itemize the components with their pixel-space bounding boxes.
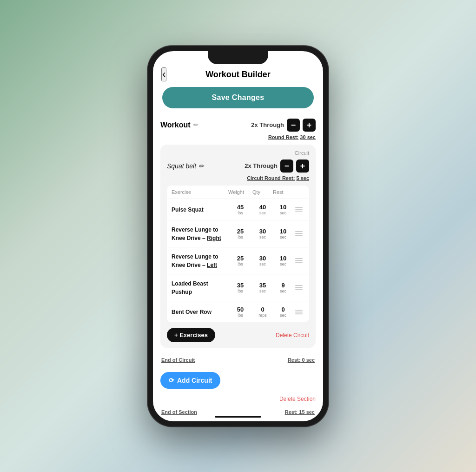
end-circuit-row: End of Circuit Rest: 0 sec [160, 353, 316, 366]
workout-increment-button[interactable]: + [303, 119, 316, 132]
drag-handle-icon[interactable] [293, 207, 304, 212]
exercise-table: Exercise Weight Qty Rest Pulse Squat45lb… [167, 186, 309, 323]
circuit-rest-row: Circuit Round Rest: 5 sec [167, 175, 309, 181]
qty-cell: 30sec [252, 255, 273, 266]
nav-bar: ‹ Workout Builder [153, 65, 323, 83]
workout-round-rest: Round Rest: 30 sec [160, 134, 316, 145]
exercise-name: Bent Over Row [172, 307, 228, 316]
drag-handle-icon[interactable] [293, 258, 304, 263]
rest-cell: 0sec [273, 306, 293, 318]
weight-cell: 50lbs [228, 306, 252, 318]
add-circuit-icon: ⟳ [169, 377, 174, 384]
exercise-rows: Pulse Squat45lbs40sec10secReverse Lunge … [167, 199, 309, 323]
add-circuit-button[interactable]: ⟳ Add Circuit [160, 372, 220, 389]
home-indicator [215, 416, 261, 418]
table-header: Exercise Weight Qty Rest [167, 186, 309, 199]
phone-wrapper: ‹ Workout Builder Save Changes Workout ✏ [147, 46, 329, 427]
save-btn-container: Save Changes [153, 83, 323, 114]
circuit-decrement-button[interactable]: − [280, 160, 293, 173]
circuit-through-label: 2x Through [245, 162, 278, 169]
circuit-badge: Circuit [295, 150, 309, 156]
circuit-increment-button[interactable]: + [296, 160, 309, 173]
delete-section-row: Delete Section [160, 394, 316, 403]
rest-cell: 10sec [273, 255, 293, 266]
screen-content: ‹ Workout Builder Save Changes Workout ✏ [153, 51, 323, 421]
delete-section-button[interactable]: Delete Section [279, 396, 316, 402]
qty-cell: 40sec [252, 204, 273, 215]
workout-through-group: 2x Through − + [251, 119, 316, 132]
workout-decrement-button[interactable]: − [287, 119, 300, 132]
drag-handle-icon[interactable] [293, 231, 304, 236]
circuit-name: Squat belt ✏ [167, 162, 204, 170]
qty-cell: 30sec [252, 228, 273, 239]
table-row[interactable]: Loaded Beast Pushup35lbs35sec9sec [167, 274, 309, 301]
end-section-label: End of Section [161, 409, 197, 415]
weight-cell: 35lbs [228, 282, 252, 293]
circuit-label-row: Circuit [167, 150, 309, 156]
notch [208, 51, 268, 64]
page-title: Workout Builder [205, 70, 271, 80]
table-row[interactable]: Reverse Lunge to Knee Drive – Right25lbs… [167, 220, 309, 247]
add-exercises-button[interactable]: + Exercises [167, 328, 215, 342]
rest-cell: 10sec [273, 204, 293, 215]
exercise-name: Pulse Squat [172, 205, 228, 214]
back-button[interactable]: ‹ [161, 67, 166, 81]
qty-cell: 0reps [252, 306, 273, 318]
drag-handle-icon[interactable] [293, 285, 304, 290]
add-circuit-row: ⟳ Add Circuit [160, 369, 316, 392]
weight-cell: 25lbs [228, 228, 252, 239]
end-section-rest: Rest: 15 sec [285, 409, 315, 415]
phone-screen: ‹ Workout Builder Save Changes Workout ✏ [153, 51, 323, 421]
scroll-content: Workout ✏ 2x Through − + Round Rest: 30 … [153, 114, 323, 421]
exercise-name: Reverse Lunge to Knee Drive – Right [172, 225, 228, 242]
workout-label-group: Workout ✏ [160, 121, 198, 129]
phone-frame: ‹ Workout Builder Save Changes Workout ✏ [147, 46, 329, 427]
workout-edit-icon[interactable]: ✏ [193, 121, 198, 128]
th-handle [293, 189, 304, 195]
rest-cell: 9sec [273, 282, 293, 293]
table-row[interactable]: Pulse Squat45lbs40sec10sec [167, 199, 309, 220]
circuit-bottom: + Exercises Delete Circuit [167, 328, 309, 342]
workout-through-label: 2x Through [251, 121, 284, 128]
circuit-header: Squat belt ✏ 2x Through − + [167, 160, 309, 173]
weight-cell: 45lbs [228, 204, 252, 215]
save-changes-button[interactable]: Save Changes [162, 87, 314, 108]
end-circuit-rest: Rest: 0 sec [288, 357, 315, 363]
workout-label: Workout [160, 121, 191, 129]
end-circuit-label: End of Circuit [161, 357, 195, 363]
delete-circuit-button[interactable]: Delete Circuit [276, 332, 309, 339]
circuit-edit-icon[interactable]: ✏ [198, 162, 204, 170]
th-exercise: Exercise [172, 189, 228, 195]
rest-cell: 10sec [273, 228, 293, 239]
th-qty: Qty [252, 189, 273, 195]
th-weight: Weight [228, 189, 252, 195]
table-row[interactable]: Bent Over Row50lbs0reps0sec [167, 301, 309, 322]
weight-cell: 25lbs [228, 255, 252, 266]
circuit-through-group: 2x Through − + [245, 160, 309, 173]
exercise-name: Loaded Beast Pushup [172, 279, 228, 296]
drag-handle-icon[interactable] [293, 310, 304, 314]
circuit-card: Circuit Squat belt ✏ 2x Through − + [160, 145, 316, 348]
workout-header: Workout ✏ 2x Through − + [160, 114, 316, 134]
table-row[interactable]: Reverse Lunge to Knee Drive – Left25lbs3… [167, 247, 309, 274]
qty-cell: 35sec [252, 282, 273, 293]
exercise-name: Reverse Lunge to Knee Drive – Left [172, 252, 228, 269]
th-rest: Rest [273, 189, 293, 195]
